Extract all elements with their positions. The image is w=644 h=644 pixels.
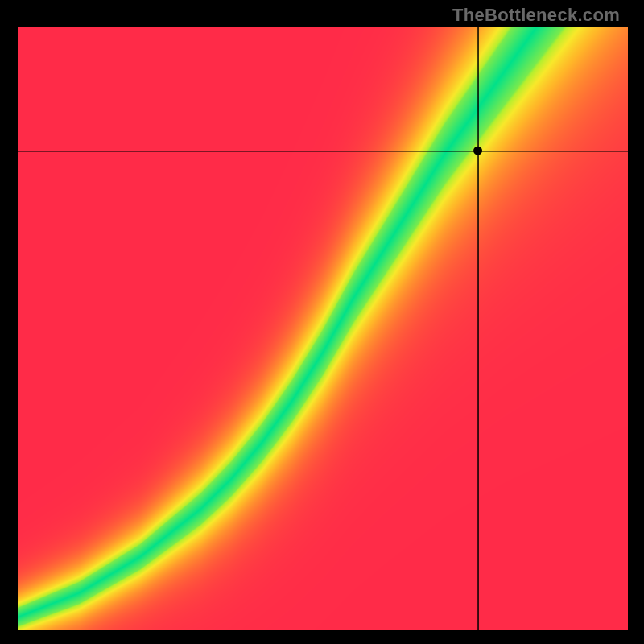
heatmap-canvas (18, 27, 628, 630)
bottleneck-heatmap (18, 27, 628, 630)
attribution-text: TheBottleneck.com (452, 5, 620, 26)
